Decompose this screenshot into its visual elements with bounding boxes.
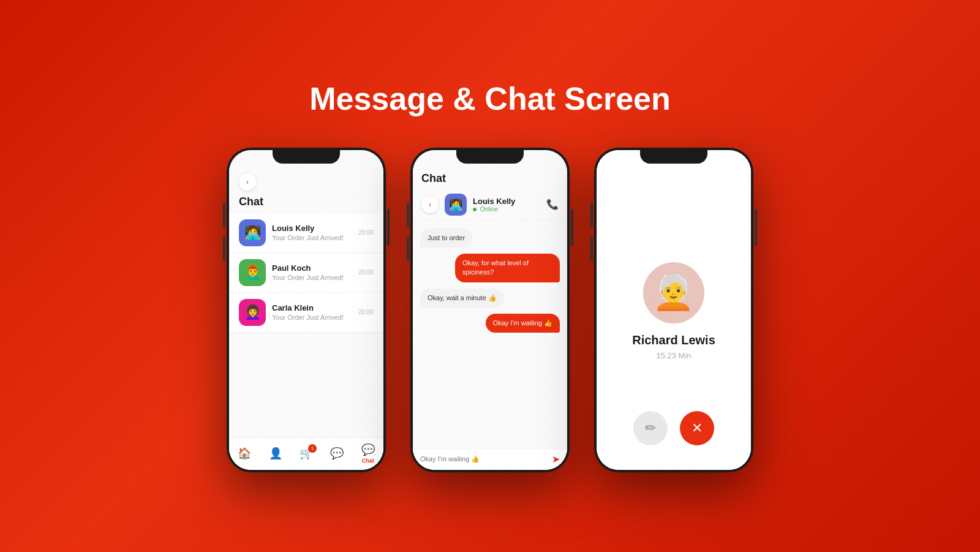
msg-3: Okay, wait a minute 👍 [420,289,504,308]
chat-info-louis: Louis Kelly Your Order Just Arrived! [272,224,352,241]
time-carla: 20:00 [358,309,374,316]
cart-badge: 1 [308,444,317,453]
notif-icon: 💬 [330,447,344,460]
last-msg-carla: Your Order Just Arrived! [272,314,352,321]
phone-1-chat-list: ‹ Chat 🧑‍💻 Louis Kelly Your Order Just A… [227,148,386,472]
time-paul: 20:00 [358,269,374,276]
phones-container: ‹ Chat 🧑‍💻 Louis Kelly Your Order Just A… [227,148,753,472]
avatar-carla: 👩‍🦱 [239,299,266,326]
chat-list: 🧑‍💻 Louis Kelly Your Order Just Arrived!… [229,213,383,437]
call-actions: ✏ ✕ [633,411,714,445]
conv-contact-info: Louis Kelly Online [473,197,540,213]
back-button-2[interactable]: ‹ [421,196,439,213]
phone-3-call: 🧑‍🦳 Richard Lewis 15.23 Min ✏ ✕ [594,148,753,472]
phone-2-chat-conv: Chat ‹ 🧑‍💻 Louis Kelly Online 📞 Just to [410,148,570,472]
chat-nav-label: Chat [362,458,374,464]
caller-name: Richard Lewis [632,333,715,347]
online-dot [473,208,477,211]
end-call-button[interactable]: ✕ [680,411,714,445]
nav-cart[interactable]: 🛒 1 [300,447,313,460]
last-msg-paul: Your Order Just Arrived! [272,274,352,281]
nav-chat[interactable]: 💬 Chat [361,443,375,464]
msg-input-bar: ➤ [413,448,567,470]
chat-list-header: ‹ [229,167,383,195]
mic-icon: ✏ [645,420,656,436]
phone-call-icon[interactable]: 📞 [546,198,559,210]
msg-1: Just to order [420,229,472,248]
msg-2: Okay, for what level of spiciness? [455,254,560,282]
conv-status: Online [473,206,540,213]
end-call-icon: ✕ [692,420,703,436]
caller-avatar: 🧑‍🦳 [643,262,704,323]
nav-notifications[interactable]: 💬 [330,447,344,460]
notch-3 [640,150,707,164]
message-input[interactable] [420,455,547,463]
chat-info-paul: Paul Koch Your Order Just Arrived! [272,263,352,281]
chat-item-louis[interactable]: 🧑‍💻 Louis Kelly Your Order Just Arrived!… [229,213,383,253]
conv-header: ‹ 🧑‍💻 Louis Kelly Online 📞 [413,187,567,221]
notch-1 [273,150,340,164]
profile-icon: 👤 [269,447,282,460]
notch-2 [456,150,524,164]
last-msg-louis: Your Order Just Arrived! [272,234,352,241]
chat-item-paul[interactable]: 👨‍🦰 Paul Koch Your Order Just Arrived! 2… [229,253,383,293]
conv-avatar: 🧑‍💻 [445,194,467,216]
contact-name-carla: Carla Klein [272,303,352,312]
chat-nav-icon: 💬 [361,443,375,456]
msg-4: Okay I'm waiting 👍 [486,314,560,333]
nav-home[interactable]: 🏠 [238,447,251,460]
chat-item-carla[interactable]: 👩‍🦱 Carla Klein Your Order Just Arrived!… [229,293,383,333]
nav-profile[interactable]: 👤 [269,447,282,460]
avatar-louis: 🧑‍💻 [239,219,266,246]
send-button[interactable]: ➤ [552,453,560,465]
page-title: Message & Chat Screen [309,80,671,117]
contact-name-louis: Louis Kelly [272,224,352,233]
conv-chat-title: Chat [413,167,567,187]
contact-name-paul: Paul Koch [272,263,352,273]
bottom-nav: 🏠 👤 🛒 1 💬 💬 Chat [229,437,383,470]
back-button-1[interactable]: ‹ [239,173,256,191]
conv-messages: Just to order Okay, for what level of sp… [413,221,567,448]
conv-name: Louis Kelly [473,197,540,206]
chat-list-title: Chat [229,195,383,213]
mic-mute-button[interactable]: ✏ [633,411,668,445]
home-icon: 🏠 [238,447,251,460]
call-duration: 15.23 Min [656,351,691,360]
chat-info-carla: Carla Klein Your Order Just Arrived! [272,303,352,321]
avatar-paul: 👨‍🦰 [239,259,266,286]
time-louis: 20:00 [358,229,374,236]
